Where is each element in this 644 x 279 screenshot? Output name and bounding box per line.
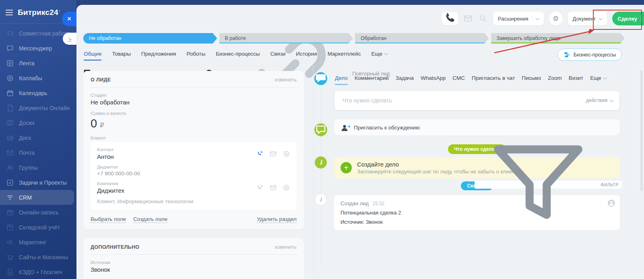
timeline-tab-визит[interactable]: Визит <box>569 75 583 84</box>
plus-icon[interactable]: + <box>341 162 352 173</box>
sidebar-item-feed[interactable]: Лента <box>0 56 76 71</box>
sidebar-item-label: Маркетинг <box>19 239 46 246</box>
filter-button[interactable]: ФИЛЬТР <box>475 181 622 189</box>
sidebar-item-drive[interactable]: Диск <box>0 130 76 145</box>
filter-label: ФИЛЬТР <box>601 182 619 187</box>
document-dropdown[interactable]: Документ <box>568 12 607 25</box>
stage-value[interactable]: Не обработан <box>91 99 297 106</box>
tab-связи[interactable]: Связи <box>270 51 286 60</box>
sidebar-item-kedo[interactable]: КЭДО + Госключ <box>0 264 76 279</box>
call-button[interactable] <box>442 12 458 25</box>
additional-title: ДОПОЛНИТЕЛЬНО <box>91 244 139 250</box>
tab-label: Дело <box>335 75 348 81</box>
timeline-tab-еще[interactable]: Еще <box>590 75 606 84</box>
tab-label: Предложения <box>141 51 176 57</box>
invite-label: Пригласить к обсуждению <box>354 125 420 131</box>
collapse-slider-button[interactable]: ↘ <box>63 33 76 45</box>
company-mail-icon[interactable] <box>269 184 277 192</box>
feed-icon <box>6 59 14 67</box>
invite-person-icon: + <box>340 123 349 132</box>
board-icon <box>6 119 14 127</box>
company-name[interactable]: Диджитех <box>97 187 124 194</box>
calendar-icon <box>6 89 14 97</box>
search-button[interactable] <box>478 14 488 23</box>
header-toolbar: Расширения ⚙ Документ Сделку <box>442 11 644 26</box>
tab-маркетплейс[interactable]: Маркетплейс <box>328 51 361 60</box>
tab-история[interactable]: История <box>296 51 317 60</box>
chevron-down-icon <box>535 16 539 20</box>
scrollbar[interactable] <box>640 70 643 191</box>
marketing-icon <box>6 238 14 246</box>
extensions-dropdown[interactable]: Расширения <box>493 12 544 25</box>
sidebar-item-booking[interactable]: Онлайн-запись <box>0 205 76 220</box>
close-slider-button[interactable]: × <box>62 12 76 26</box>
tab-label: Связи <box>270 51 286 57</box>
tab-общие[interactable]: Общие <box>84 51 101 60</box>
company-messenger-icon[interactable] <box>283 184 290 192</box>
sidebar-item-groups[interactable]: Группы <box>0 160 76 175</box>
sidebar-item-collab[interactable]: Коллабы <box>0 71 76 85</box>
tab-бизнес-процессы[interactable]: Бизнес-процессы <box>216 51 260 60</box>
chevron-down-icon <box>599 16 603 20</box>
menu-burger-icon[interactable] <box>6 10 13 15</box>
timeline-comment-icon <box>314 123 327 136</box>
delete-section-link[interactable]: Удалить раздел <box>257 216 297 223</box>
sidebar-item-sites[interactable]: Сайты и Магазины <box>0 250 76 264</box>
lead-stage-bar: Не обработанВ работеОбработанЗавершить о… <box>83 33 625 44</box>
tab-товары[interactable]: Товары <box>112 51 130 60</box>
tab-label: Общие <box>84 51 101 57</box>
sidebar-item-tasks[interactable]: Задачи и Проекты <box>0 175 76 190</box>
sidebar-item-marketing[interactable]: Маркетинг <box>0 235 76 250</box>
business-process-button[interactable]: Бизнес-процессы <box>557 48 622 61</box>
app-logo[interactable]: Битрикс24◔ <box>18 8 60 17</box>
sidebar-item-calendar[interactable]: Календарь <box>0 85 76 100</box>
stage-1[interactable]: Не обработан <box>83 33 217 44</box>
edit-about-link[interactable]: изменить <box>275 77 297 83</box>
actions-dropdown[interactable]: действия <box>586 98 613 103</box>
timeline-tab-дело[interactable]: Дело <box>335 75 348 84</box>
mail-button[interactable] <box>463 14 473 23</box>
stage-2[interactable]: В работе <box>219 33 353 44</box>
amount-value[interactable]: 0 <box>91 117 97 130</box>
contact-name[interactable]: Антон <box>97 153 114 160</box>
timeline-tab-письмо[interactable]: Письмо <box>522 75 541 84</box>
stage-4[interactable]: Завершить обработку лида <box>491 33 625 44</box>
company-call-icon[interactable] <box>256 184 264 192</box>
source-value[interactable]: Звонок <box>91 266 297 273</box>
timeline-tab-whatsapp[interactable]: WhatsApp <box>421 75 446 84</box>
select-field-link[interactable]: Выбрать поле <box>91 216 126 223</box>
contact-phone[interactable]: +7 900 000-00-00 <box>97 171 290 177</box>
logo-clock-icon: ◔ <box>58 9 61 13</box>
sidebar-item-warehouse[interactable]: Складской учёт <box>0 220 76 235</box>
cloud-icon <box>6 29 14 37</box>
settings-button[interactable]: ⚙ <box>549 12 563 25</box>
sidebar-item-mail[interactable]: Почта <box>0 145 76 160</box>
contact-messenger-icon[interactable] <box>283 150 290 158</box>
sidebar-item-board[interactable]: Доски <box>0 115 76 130</box>
currency-symbol: ₽ <box>100 121 104 129</box>
tab-предложения[interactable]: Предложения <box>141 51 176 60</box>
search-icon <box>478 14 488 23</box>
edit-additional-link[interactable]: изменить <box>275 244 297 250</box>
contact-call-icon[interactable] <box>256 150 264 158</box>
tab-роботы[interactable]: Роботы <box>186 51 205 60</box>
timeline-tab-комментарий[interactable]: Комментарий <box>355 75 389 84</box>
sidebar-item-label: Сайты и Магазины <box>19 254 68 260</box>
tab-label: Маркетплейс <box>328 51 361 57</box>
collapse-arrow-icon: ↘ <box>68 36 72 42</box>
source-field: Источник Звонок <box>91 260 297 273</box>
stage-3[interactable]: Обработан <box>355 33 489 44</box>
timeline-tab-задача[interactable]: Задача <box>396 75 414 84</box>
sidebar-item-document[interactable]: Документы Онлайн <box>0 100 76 115</box>
tab-еще[interactable]: Еще <box>371 51 387 60</box>
sidebar-item-crm[interactable]: CRM <box>0 190 74 205</box>
todo-input[interactable] <box>343 97 586 104</box>
timeline-tab-пригласить-в-чат[interactable]: Пригласить в чат <box>472 75 515 84</box>
timeline-tab-смс[interactable]: СМС <box>452 75 465 84</box>
contact-mail-icon[interactable] <box>269 150 277 158</box>
create-deal-button[interactable]: Сделку <box>612 12 644 25</box>
extensions-label: Расширения <box>498 16 528 22</box>
timeline-tab-zoom[interactable]: Zoom <box>548 75 562 84</box>
create-field-link[interactable]: Создать поле <box>133 216 167 223</box>
tab-label: Комментарий <box>355 75 389 81</box>
